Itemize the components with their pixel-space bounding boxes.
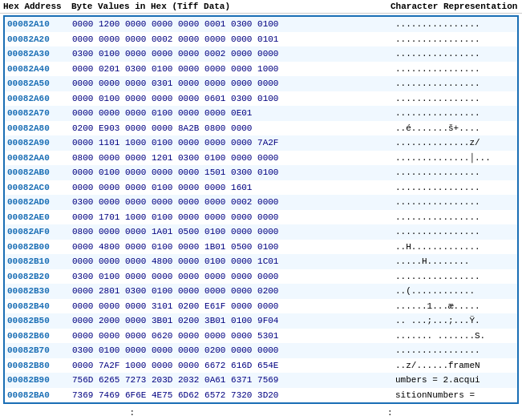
data-table-wrapper: 00082A100000 1200 0000 0000 0000 0001 03…	[3, 15, 519, 404]
table-row: 00082B90756D 6265 7273 203D 2032 0A61 63…	[5, 373, 517, 388]
table-row: 00082A200000 0000 0000 0002 0000 0000 00…	[5, 32, 517, 47]
byte-values-cell: 0200 E903 0000 0000 8A2B 0800 0000	[71, 121, 393, 136]
char-repr-cell: ..(............	[393, 284, 517, 299]
table-row: 00082A100000 1200 0000 0000 0000 0001 03…	[5, 17, 517, 32]
char-repr-cell: ................	[393, 76, 517, 91]
char-repr-cell: ......1...æ.....	[393, 299, 517, 314]
table-row: 00082B500000 2000 0000 3B01 0200 3B01 01…	[5, 313, 517, 329]
table-row: 00082B100000 0000 0000 4800 0000 0100 00…	[5, 254, 517, 269]
byte-values-cell: 0000 0000 0000 4800 0000 0100 0000 1C01	[71, 254, 393, 269]
byte-values-cell: 0300 0100 0000 0000 0000 0200 0000 0000	[71, 343, 393, 358]
footer-left-dots: :	[129, 408, 135, 418]
char-repr-cell: ................	[393, 17, 517, 32]
table-row: 00082B000000 4800 0000 0100 0000 1B01 05…	[5, 240, 517, 255]
byte-values-cell: 0000 0000 0000 0620 0000 0000 0000 5301	[71, 329, 393, 344]
byte-values-cell: 0000 0000 0000 0002 0000 0000 0000 0101	[71, 32, 393, 47]
char-repr-cell: sitionNumbers =	[393, 388, 517, 403]
footer-right-dots: :	[387, 408, 393, 418]
table-row: 00082B800000 7A2F 1000 0000 0000 6672 61…	[5, 358, 517, 374]
char-repr-cell: ................	[393, 343, 517, 358]
table-row: 00082AE00000 1701 1000 0100 0000 0000 00…	[5, 210, 517, 225]
table-row: 00082A400000 0201 0300 0100 0000 0000 00…	[5, 62, 517, 77]
hex-address-cell: 00082AE0	[5, 210, 71, 225]
table-row: 00082A500000 0000 0000 0301 0000 0000 00…	[5, 76, 517, 91]
byte-values-cell: 0000 4800 0000 0100 0000 1B01 0500 0100	[71, 240, 393, 255]
byte-values-cell: 0800 0000 0000 1201 0300 0100 0000 0000	[71, 151, 393, 166]
header-row: Hex Address Byte Values in Hex (Tiff Dat…	[0, 0, 522, 14]
char-repr-cell: ................	[393, 210, 517, 225]
byte-values-header: Byte Values in Hex (Tiff Data)	[71, 2, 390, 11]
footer-row: : :	[0, 406, 522, 420]
table-row: 00082A300300 0100 0000 0000 0000 0002 00…	[5, 46, 517, 62]
byte-values-cell: 0300 0000 0000 0000 0000 0000 0002 0000	[71, 195, 393, 210]
hex-address-cell: 00082A30	[5, 46, 71, 62]
hex-address-cell: 00082A80	[5, 121, 71, 136]
byte-values-cell: 0000 0100 0000 0000 0000 0601 0300 0100	[71, 91, 393, 107]
byte-values-cell: 0000 0000 0000 0100 0000 0000 0E01	[71, 106, 393, 121]
hex-address-cell: 00082B40	[5, 299, 71, 314]
char-repr-cell: ................	[393, 62, 517, 77]
hex-address-cell: 00082AB0	[5, 165, 71, 180]
hex-address-cell: 00082B00	[5, 240, 71, 255]
char-repr-cell: ..............│...	[393, 151, 517, 166]
hex-address-cell: 00082BA0	[5, 388, 71, 403]
hex-address-cell: 00082B10	[5, 254, 71, 269]
char-repr-header: Character Representation	[390, 2, 519, 11]
char-repr-cell: .. ...;...;...Ÿ.	[393, 313, 517, 329]
main-container: Hex Address Byte Values in Hex (Tiff Dat…	[0, 0, 522, 420]
char-repr-cell: ..é.......š+....	[393, 121, 517, 136]
table-row: 00082A600000 0100 0000 0000 0000 0601 03…	[5, 91, 517, 107]
hex-address-cell: 00082AA0	[5, 151, 71, 166]
byte-values-cell: 0000 7A2F 1000 0000 0000 6672 616D 654E	[71, 358, 393, 374]
char-repr-cell: ................	[393, 180, 517, 196]
table-row: 00082A800200 E903 0000 0000 8A2B 0800 00…	[5, 121, 517, 136]
char-repr-cell: ..............z/	[393, 135, 517, 151]
byte-values-cell: 0000 1701 1000 0100 0000 0000 0000 0000	[71, 210, 393, 225]
hex-address-cell: 00082A10	[5, 17, 71, 32]
char-repr-cell: ................	[393, 269, 517, 285]
char-repr-cell: ................	[393, 106, 517, 121]
hex-address-cell: 00082B50	[5, 313, 71, 329]
char-repr-cell: ................	[393, 46, 517, 62]
byte-values-cell: 0300 0100 0000 0000 0000 0000 0000 0000	[71, 269, 393, 285]
byte-values-cell: 0300 0100 0000 0000 0000 0002 0000 0000	[71, 46, 393, 62]
hex-address-cell: 00082B90	[5, 373, 71, 388]
byte-values-cell: 0000 2801 0300 0100 0000 0000 0000 0200	[71, 284, 393, 299]
hex-address-cell: 00082A50	[5, 76, 71, 91]
table-row: 00082AD00300 0000 0000 0000 0000 0000 00…	[5, 195, 517, 210]
table-row: 00082B300000 2801 0300 0100 0000 0000 00…	[5, 284, 517, 299]
table-row: 00082A700000 0000 0000 0100 0000 0000 0E…	[5, 106, 517, 121]
hex-address-cell: 00082A90	[5, 135, 71, 151]
char-repr-cell: .....H........	[393, 254, 517, 269]
table-row: 00082AB00000 0100 0000 0000 0000 1501 03…	[5, 165, 517, 180]
byte-values-cell: 0000 0000 0000 3101 0200 E61F 0000 0000	[71, 299, 393, 314]
byte-values-cell: 0000 0000 0000 0100 0000 0000 1601	[71, 180, 393, 196]
table-row: 00082AC00000 0000 0000 0100 0000 0000 16…	[5, 180, 517, 196]
table-row: 00082AF00800 0000 0000 1A01 0500 0100 00…	[5, 224, 517, 240]
hex-address-cell: 00082B60	[5, 329, 71, 344]
hex-address-header: Hex Address	[3, 2, 71, 11]
byte-values-cell: 0000 0000 0000 0301 0000 0000 0000 0000	[71, 76, 393, 91]
table-row: 00082A900000 1101 1000 0100 0000 0000 00…	[5, 135, 517, 151]
hex-address-cell: 00082B30	[5, 284, 71, 299]
byte-values-cell: 0000 0201 0300 0100 0000 0000 0000 1000	[71, 62, 393, 77]
char-repr-cell: ..H.............	[393, 240, 517, 255]
byte-values-cell: 0000 2000 0000 3B01 0200 3B01 0100 9F04	[71, 313, 393, 329]
char-repr-cell: umbers = 2.acqui	[393, 373, 517, 388]
table-row: 00082BA07369 7469 6F6E 4E75 6D62 6572 73…	[5, 388, 517, 403]
table-row: 00082B700300 0100 0000 0000 0000 0200 00…	[5, 343, 517, 358]
hex-address-cell: 00082A60	[5, 91, 71, 107]
hex-address-cell: 00082B20	[5, 269, 71, 285]
char-repr-cell: ..z/......frameN	[393, 358, 517, 374]
hex-address-cell: 00082A40	[5, 62, 71, 77]
char-repr-cell: ................	[393, 91, 517, 107]
byte-values-cell: 756D 6265 7273 203D 2032 0A61 6371 7569	[71, 373, 393, 388]
byte-values-cell: 0000 1101 1000 0100 0000 0000 0000 7A2F	[71, 135, 393, 151]
char-repr-cell: ................	[393, 32, 517, 47]
hex-address-cell: 00082B70	[5, 343, 71, 358]
hex-address-cell: 00082AD0	[5, 195, 71, 210]
hex-address-cell: 00082A70	[5, 106, 71, 121]
byte-values-cell: 7369 7469 6F6E 4E75 6D62 6572 7320 3D20	[71, 388, 393, 403]
hex-data-table: 00082A100000 1200 0000 0000 0000 0001 03…	[5, 17, 517, 402]
char-repr-cell: ................	[393, 195, 517, 210]
